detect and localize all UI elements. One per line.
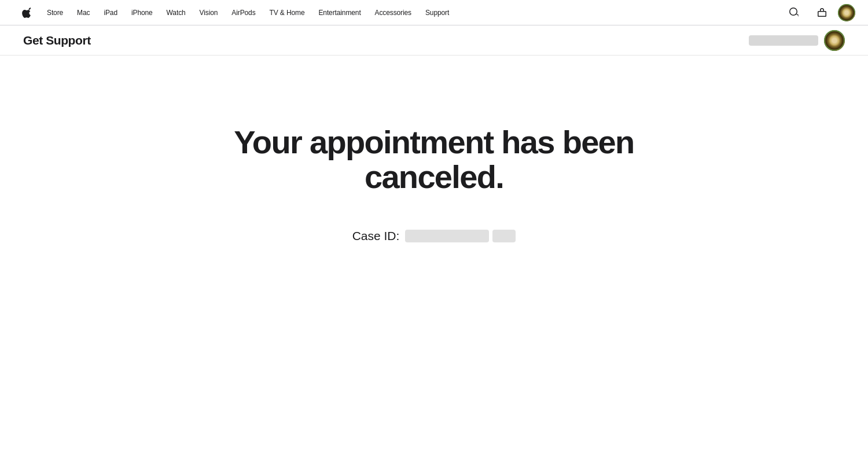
nav-item-store[interactable]: Store	[40, 0, 70, 25]
confirmation-heading: Your appointment has been canceled.	[174, 125, 694, 194]
nav-item-accessories[interactable]: Accessories	[368, 0, 418, 25]
apple-icon	[22, 8, 31, 18]
nav-item-airpods[interactable]: AirPods	[225, 0, 262, 25]
bag-icon	[817, 8, 827, 17]
case-id-label: Case ID:	[352, 229, 400, 243]
secondary-nav-bar: Get Support	[0, 25, 868, 56]
nav-item-tv-home[interactable]: TV & Home	[263, 0, 312, 25]
secondary-avatar-image	[824, 30, 845, 51]
nav-item-support[interactable]: Support	[418, 0, 456, 25]
nav-item-watch[interactable]: Watch	[160, 0, 193, 25]
case-id-row: Case ID:	[352, 229, 516, 243]
search-icon	[789, 8, 799, 17]
nav-actions	[782, 0, 855, 25]
nav-item-entertainment[interactable]: Entertainment	[311, 0, 367, 25]
search-button[interactable]	[782, 0, 806, 25]
redacted-info	[749, 35, 818, 46]
avatar-image	[838, 4, 855, 21]
nav-item-vision[interactable]: Vision	[193, 0, 225, 25]
apple-logo[interactable]	[13, 0, 40, 25]
case-id-value	[405, 230, 516, 242]
case-id-redacted-2	[492, 230, 516, 242]
nav-item-iphone[interactable]: iPhone	[124, 0, 160, 25]
nav-item-mac[interactable]: Mac	[70, 0, 97, 25]
main-content: Your appointment has been canceled. Case…	[0, 56, 868, 426]
bag-button[interactable]	[810, 0, 833, 25]
main-nav: Store Mac iPad iPhone Watch Vision AirPo…	[0, 0, 868, 25]
user-avatar[interactable]	[838, 4, 855, 21]
nav-item-ipad[interactable]: iPad	[97, 0, 124, 25]
page-title: Get Support	[23, 34, 91, 47]
case-id-redacted-1	[405, 230, 489, 242]
secondary-user-avatar[interactable]	[824, 30, 845, 51]
secondary-nav-right	[749, 30, 845, 51]
